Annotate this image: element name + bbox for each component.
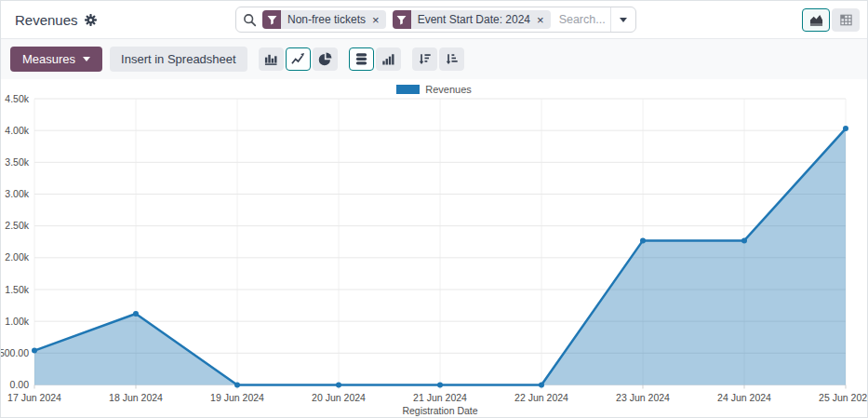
sort-ascending-button[interactable] <box>439 47 464 71</box>
pie-chart-button[interactable] <box>313 47 338 71</box>
svg-text:1.50k: 1.50k <box>5 284 29 295</box>
sort-descending-button[interactable] <box>412 47 437 71</box>
svg-text:24 Jun 2024: 24 Jun 2024 <box>717 392 771 403</box>
svg-text:20 Jun 2024: 20 Jun 2024 <box>312 392 366 403</box>
bar-chart-icon <box>264 52 278 66</box>
search-input[interactable] <box>557 12 610 27</box>
line-chart-icon <box>291 52 305 66</box>
measures-label: Measures <box>22 52 75 66</box>
chevron-down-icon <box>83 57 90 61</box>
search-icon <box>243 13 257 27</box>
graph-view-button[interactable] <box>802 8 830 32</box>
search-bar: Non-free tickets × Event Start Date: 202… <box>235 7 636 33</box>
svg-text:500.00: 500.00 <box>1 347 29 358</box>
svg-text:19 Jun 2024: 19 Jun 2024 <box>210 392 264 403</box>
graph-view-page: Revenues <box>0 0 868 418</box>
svg-text:Registration Date: Registration Date <box>402 405 477 416</box>
stacked-icon <box>354 52 368 66</box>
gear-icon[interactable] <box>85 14 97 26</box>
revenue-line-chart: 0.00500.001.00k1.50k2.00k2.50k3.00k3.50k… <box>1 79 868 418</box>
search-options-toggle[interactable] <box>610 7 635 32</box>
svg-text:3.00k: 3.00k <box>5 188 29 199</box>
insert-in-spreadsheet-button[interactable]: Insert in Spreadsheet <box>110 47 247 72</box>
facet-remove-icon[interactable]: × <box>537 14 544 26</box>
filter-icon <box>262 10 281 29</box>
facet-label: Event Start Date: 2024 <box>418 13 530 26</box>
sort-group <box>412 47 464 71</box>
chart-option-group <box>349 47 401 71</box>
pivot-table-icon <box>839 13 853 27</box>
stacked-button[interactable] <box>349 47 374 71</box>
sort-desc-icon <box>418 52 432 66</box>
pie-chart-icon <box>318 52 332 66</box>
measures-button[interactable]: Measures <box>10 47 102 72</box>
graph-toolbar: Measures Insert in Spreadsheet <box>1 39 867 79</box>
filter-icon <box>393 10 411 29</box>
svg-text:21 Jun 2024: 21 Jun 2024 <box>413 392 467 403</box>
cumulative-button[interactable] <box>376 47 401 71</box>
chevron-down-icon <box>620 18 627 22</box>
svg-text:0.00: 0.00 <box>10 379 30 390</box>
area-chart-icon <box>809 13 823 27</box>
chart-area: Revenues 0.00500.001.00k1.50k2.00k2.50k3… <box>1 79 867 418</box>
line-chart-button[interactable] <box>286 47 311 71</box>
search-facet: Non-free tickets × <box>262 10 386 29</box>
svg-text:1.00k: 1.00k <box>5 316 29 327</box>
svg-text:3.50k: 3.50k <box>5 156 29 168</box>
svg-text:2.50k: 2.50k <box>5 220 29 231</box>
sort-asc-icon <box>445 52 459 66</box>
svg-text:23 Jun 2024: 23 Jun 2024 <box>616 392 670 403</box>
svg-text:4.00k: 4.00k <box>5 125 29 136</box>
chart-type-group <box>259 47 338 71</box>
facet-remove-icon[interactable]: × <box>372 14 380 26</box>
svg-text:4.50k: 4.50k <box>5 93 29 104</box>
page-title: Revenues <box>15 12 78 28</box>
view-switcher <box>802 8 860 32</box>
svg-text:17 Jun 2024: 17 Jun 2024 <box>7 392 61 403</box>
svg-text:2.00k: 2.00k <box>5 251 29 263</box>
ascending-bars-icon <box>381 52 395 66</box>
bar-chart-button[interactable] <box>259 47 284 71</box>
svg-text:22 Jun 2024: 22 Jun 2024 <box>514 392 568 403</box>
control-panel-header: Revenues <box>1 1 867 39</box>
pivot-view-button[interactable] <box>832 8 860 32</box>
facet-label: Non-free tickets <box>287 13 366 26</box>
svg-text:18 Jun 2024: 18 Jun 2024 <box>109 392 163 403</box>
search-facet: Event Start Date: 2024 × <box>393 10 551 29</box>
svg-text:25 Jun 2024: 25 Jun 2024 <box>819 392 868 403</box>
